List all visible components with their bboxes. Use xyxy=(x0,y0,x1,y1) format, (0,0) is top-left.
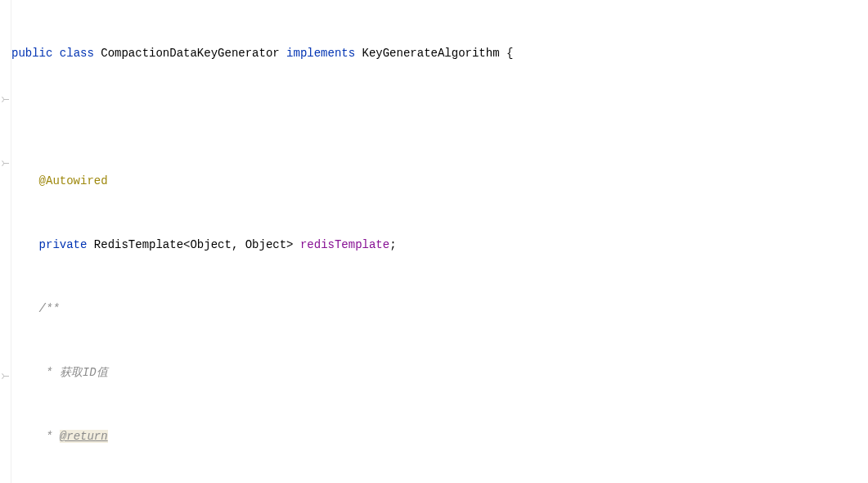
fold-mark-icon xyxy=(3,99,9,100)
javadoc-desc: * 获取ID值 xyxy=(39,366,108,379)
field-redistemplate: redisTemplate xyxy=(300,238,389,251)
javadoc-star: * xyxy=(39,430,60,443)
type-object: Object xyxy=(245,238,286,251)
type-redistemplate: RedisTemplate xyxy=(94,238,183,251)
type-object: Object xyxy=(190,238,231,251)
code-line[interactable]: public class CompactionDataKeyGenerator … xyxy=(11,43,868,64)
javadoc-open: /** xyxy=(39,302,60,315)
annotation-autowired: @Autowired xyxy=(39,174,108,187)
keyword-implements: implements xyxy=(286,47,355,60)
comma: , xyxy=(232,238,238,251)
fold-mark-icon xyxy=(3,163,9,164)
code-line[interactable]: * 获取ID值 xyxy=(11,362,868,383)
fold-mark-icon xyxy=(3,376,9,377)
class-name: CompactionDataKeyGenerator xyxy=(101,47,279,60)
code-line[interactable]: @Autowired xyxy=(11,170,868,192)
code-editor[interactable]: public class CompactionDataKeyGenerator … xyxy=(11,0,868,483)
brace-open: { xyxy=(506,47,513,60)
code-line[interactable]: private RedisTemplate<Object, Object> re… xyxy=(11,234,868,255)
keyword-public: public xyxy=(11,47,52,60)
semicolon: ; xyxy=(389,238,396,251)
code-line[interactable]: /** xyxy=(11,298,868,319)
javadoc-return-tag: @return xyxy=(60,430,108,443)
interface-name: KeyGenerateAlgorithm xyxy=(362,47,500,60)
code-line[interactable]: * @return xyxy=(11,426,868,447)
keyword-private: private xyxy=(39,238,88,251)
keyword-class: class xyxy=(60,47,94,60)
gutter xyxy=(0,0,11,483)
code-line[interactable] xyxy=(11,106,868,128)
angle-close: > xyxy=(286,238,293,251)
